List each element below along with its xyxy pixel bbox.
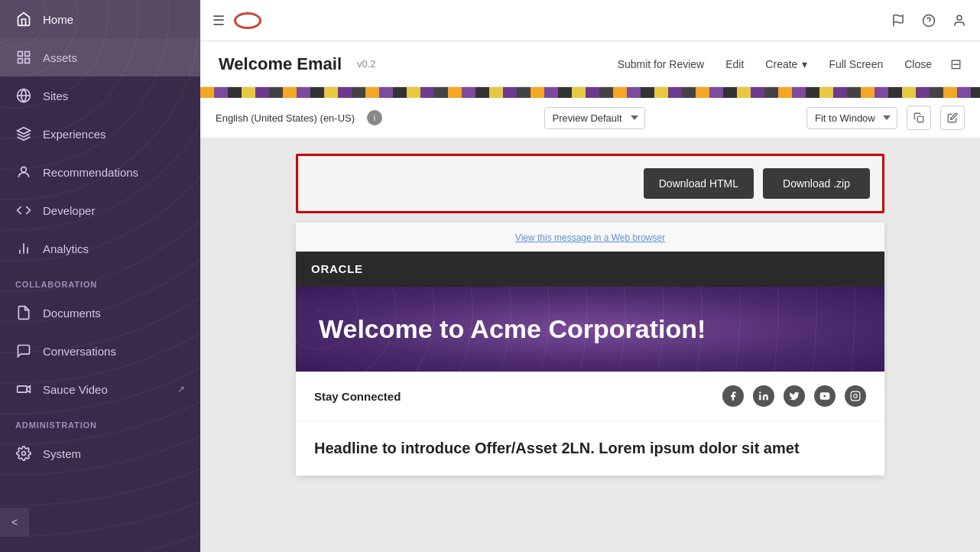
recommendations-icon (15, 164, 32, 180)
administration-section-label: ADMINISTRATION (0, 408, 200, 434)
email-weblink-bar: View this message in a Web browser (296, 222, 884, 252)
close-button[interactable]: Close (895, 54, 941, 75)
youtube-icon[interactable] (814, 385, 836, 407)
sidebar-item-assets[interactable]: Assets (0, 38, 200, 76)
topbar-right (890, 12, 968, 29)
sidebar-item-home-label: Home (43, 13, 73, 26)
banner-strip (200, 87, 980, 98)
oracle-oval-icon (234, 12, 261, 29)
svg-point-12 (22, 452, 26, 456)
locale-info-icon[interactable]: i (367, 110, 382, 125)
system-icon (15, 445, 32, 462)
sidebar-item-assets-label: Assets (43, 51, 77, 64)
sidebar-item-experiences-label: Experiences (43, 128, 106, 141)
sidebar-item-analytics-label: Analytics (43, 242, 89, 255)
copy-icon[interactable] (907, 106, 931, 130)
analytics-icon (15, 240, 32, 257)
sidebar: Home Assets Sites Experiences Recommenda… (0, 0, 200, 552)
email-preview: View this message in a Web browser ORACL… (296, 222, 884, 476)
sauce-video-icon (15, 381, 32, 398)
sidebar-item-documents[interactable]: Documents (0, 294, 200, 332)
menu-icon[interactable]: ☰ (213, 12, 225, 29)
svg-rect-20 (851, 391, 860, 401)
svg-rect-17 (917, 116, 923, 122)
flag-icon[interactable] (890, 12, 907, 29)
sidebar-collapse-button[interactable]: < (0, 508, 29, 537)
svg-marker-11 (27, 386, 30, 392)
email-weblink-link[interactable]: View this message in a Web browser (515, 232, 665, 243)
edit-button[interactable]: Edit (716, 54, 753, 75)
svg-rect-3 (25, 59, 30, 63)
fullscreen-button[interactable]: Full Screen (819, 54, 892, 75)
developer-icon (15, 202, 32, 219)
create-button[interactable]: Create ▾ (756, 54, 816, 75)
social-icons (722, 385, 866, 407)
svg-point-16 (957, 15, 962, 20)
preview-area: Download HTML Download .zip View this me… (200, 138, 980, 552)
main-content: ☰ Welcome Email v0.2 Submit for Review E… (200, 0, 980, 552)
sidebar-item-sites-label: Sites (43, 89, 68, 102)
user-icon[interactable] (951, 12, 968, 29)
svg-point-18 (759, 391, 761, 393)
sidebar-item-recommendations-label: Recommendations (43, 166, 138, 179)
sidebar-item-sauce-video[interactable]: Sauce Video ↗ (0, 370, 200, 408)
sidebar-item-developer[interactable]: Developer (0, 191, 200, 229)
email-social-section: Stay Connected (296, 372, 884, 421)
svg-rect-2 (18, 59, 23, 63)
sidebar-item-experiences[interactable]: Experiences (0, 115, 200, 153)
external-link-icon: ↗ (177, 384, 185, 395)
locale-label: English (United States) (en-US) (216, 112, 355, 124)
sidebar-item-documents-label: Documents (43, 307, 101, 320)
instagram-icon[interactable] (845, 385, 866, 407)
home-icon (15, 11, 32, 28)
twitter-icon[interactable] (784, 385, 805, 407)
help-icon[interactable] (920, 12, 937, 29)
page-title: Welcome Email (219, 54, 342, 74)
split-view-icon[interactable]: ⊟ (950, 56, 962, 73)
experiences-icon (15, 125, 32, 142)
page-header: Welcome Email v0.2 Submit for Review Edi… (200, 41, 980, 87)
sidebar-item-analytics[interactable]: Analytics (0, 229, 200, 268)
oracle-brand-text: ORACLE (311, 262, 363, 275)
sidebar-item-conversations-label: Conversations (43, 345, 116, 358)
email-header-bar: ORACLE (296, 252, 884, 287)
stay-connected-label: Stay Connected (314, 390, 401, 403)
conversations-icon (15, 343, 32, 359)
download-html-button[interactable]: Download HTML (644, 168, 754, 199)
sidebar-item-developer-label: Developer (43, 204, 95, 217)
sites-icon (15, 87, 32, 104)
svg-rect-0 (18, 52, 23, 57)
create-dropdown-icon: ▾ (802, 58, 807, 70)
topbar: ☰ (200, 0, 980, 41)
page-header-actions: Submit for Review Edit Create ▾ Full Scr… (608, 54, 962, 75)
email-content-headline: Headline to introduce Offer/Asset 2LN. L… (314, 440, 866, 457)
sidebar-item-conversations[interactable]: Conversations (0, 332, 200, 370)
sidebar-item-sauce-video-label: Sauce Video (43, 383, 108, 396)
preview-mode-select[interactable]: Preview Default Mobile Tablet Desktop (544, 107, 645, 129)
sidebar-item-sites[interactable]: Sites (0, 76, 200, 115)
sidebar-item-system[interactable]: System (0, 434, 200, 472)
sidebar-item-home[interactable]: Home (0, 0, 200, 38)
assets-icon (15, 49, 32, 66)
email-content: Headline to introduce Offer/Asset 2LN. L… (296, 421, 884, 476)
submit-for-review-button[interactable]: Submit for Review (608, 54, 714, 75)
oracle-logo (234, 12, 261, 29)
pencil-icon[interactable] (940, 106, 965, 130)
version-badge: v0.2 (357, 58, 376, 70)
email-hero-title: Welcome to Acme Corporation! (319, 314, 862, 344)
linkedin-icon[interactable] (753, 385, 774, 407)
svg-rect-10 (18, 386, 28, 392)
sidebar-item-system-label: System (43, 447, 81, 460)
fit-to-window-select[interactable]: Fit to Window 100% 75% 50% (806, 107, 897, 129)
facebook-icon[interactable] (722, 385, 744, 407)
documents-icon (15, 304, 32, 321)
collaboration-section-label: COLLABORATION (0, 268, 200, 294)
sidebar-item-recommendations[interactable]: Recommendations (0, 153, 200, 191)
email-hero: Welcome to Acme Corporation! (296, 287, 884, 372)
svg-rect-1 (25, 52, 30, 57)
download-buttons-container: Download HTML Download .zip (296, 154, 884, 213)
download-zip-button[interactable]: Download .zip (763, 168, 870, 199)
svg-point-6 (21, 167, 27, 172)
toolbar: English (United States) (en-US) i Previe… (200, 98, 980, 138)
